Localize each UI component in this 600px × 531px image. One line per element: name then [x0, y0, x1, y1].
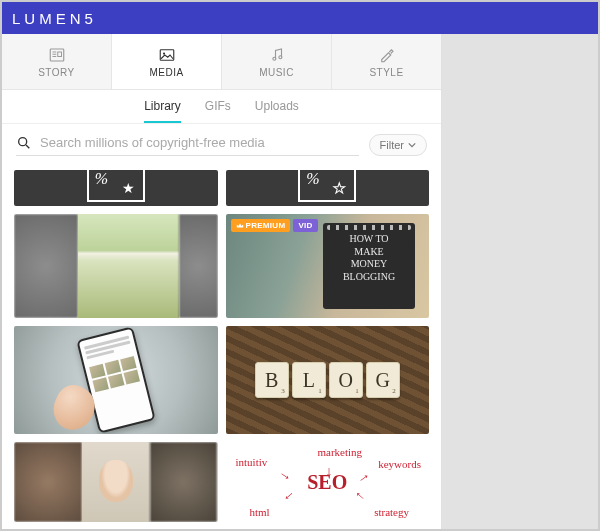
scrabble-tile: L1: [292, 362, 326, 398]
media-tile-phone[interactable]: [14, 326, 218, 434]
media-tile-discount-1[interactable]: ★: [14, 170, 218, 206]
media-grid[interactable]: ★ ★: [2, 162, 441, 529]
portrait-panel: [82, 442, 150, 522]
split-image: [14, 214, 218, 318]
filter-button[interactable]: Filter: [369, 134, 427, 156]
blur-panel: [14, 214, 78, 318]
svg-line-10: [26, 145, 29, 148]
nature-panel: [78, 214, 180, 318]
seo-word: intuitiv: [236, 456, 268, 468]
story-icon: [48, 46, 66, 64]
tab-music-label: MUSIC: [259, 67, 294, 78]
tab-style[interactable]: STYLE: [332, 34, 441, 89]
seo-word: html: [250, 506, 270, 518]
svg-rect-5: [160, 49, 174, 60]
svg-point-7: [272, 57, 275, 60]
media-icon: [158, 46, 176, 64]
scrabble-letter: G: [376, 369, 390, 392]
side-panel: STORY MEDIA MUSIC STYLE Library GIFs: [2, 34, 442, 529]
scrabble-tile: G2: [366, 362, 400, 398]
media-tile-notepad[interactable]: PREMIUM VID HOW TO MAKE MONEY BLOGGING: [226, 214, 430, 318]
arrow-icon: ↓: [326, 464, 333, 480]
svg-rect-4: [57, 52, 61, 57]
main-tabs: STORY MEDIA MUSIC STYLE: [2, 34, 441, 90]
search-row: Filter: [2, 124, 441, 162]
face-graphic: [99, 460, 133, 502]
chevron-down-icon: [408, 141, 416, 149]
media-tile-blog[interactable]: B3 L1 O1 G2: [226, 326, 430, 434]
sub-tabs: Library GIFs Uploads: [2, 90, 441, 124]
workspace: STORY MEDIA MUSIC STYLE Library GIFs: [2, 34, 598, 529]
scrabble-tile: B3: [255, 362, 289, 398]
scrabble-tile: O1: [329, 362, 363, 398]
arrow-icon: →: [349, 485, 370, 506]
premium-badge-label: PREMIUM: [246, 221, 286, 230]
search-input[interactable]: [40, 135, 359, 150]
vid-badge: VID: [293, 219, 317, 232]
notepad-line: MAKE: [329, 246, 409, 259]
subtab-uploads[interactable]: Uploads: [255, 90, 299, 123]
svg-point-6: [162, 52, 164, 54]
brand-logo: LUMEN5: [12, 10, 97, 27]
music-icon: [268, 46, 286, 64]
tab-music[interactable]: MUSIC: [222, 34, 332, 89]
scrabble-letter: B: [265, 369, 278, 392]
notepad-line: MONEY: [329, 258, 409, 271]
badge-row: PREMIUM VID: [231, 219, 318, 232]
arrow-icon: →: [274, 465, 295, 486]
search-box: [16, 135, 359, 156]
top-bar: LUMEN5: [2, 2, 598, 34]
subtab-gifs[interactable]: GIFs: [205, 90, 231, 123]
discount-graphic: ★: [298, 170, 356, 202]
notepad-graphic: HOW TO MAKE MONEY BLOGGING: [323, 223, 415, 309]
media-tile-portrait[interactable]: [14, 442, 218, 522]
tab-media-label: MEDIA: [149, 67, 183, 78]
tab-story-label: STORY: [38, 67, 75, 78]
scrabble-letter: O: [339, 369, 353, 392]
tab-story[interactable]: STORY: [2, 34, 112, 89]
svg-point-8: [278, 55, 281, 58]
blur-panel: [179, 214, 217, 318]
arrow-icon: →: [354, 467, 375, 488]
canvas-area[interactable]: [442, 34, 598, 529]
media-tile-nature[interactable]: [14, 214, 218, 318]
discount-graphic: ★: [87, 170, 145, 202]
arrow-icon: →: [278, 485, 299, 506]
premium-badge: PREMIUM: [231, 219, 291, 232]
tab-style-label: STYLE: [369, 67, 403, 78]
triptych: [14, 442, 218, 522]
seo-word: keywords: [378, 458, 421, 470]
crown-icon: [236, 222, 244, 230]
tab-media[interactable]: MEDIA: [112, 34, 222, 89]
seo-word: marketing: [318, 446, 363, 458]
media-tile-discount-2[interactable]: ★: [226, 170, 430, 206]
star-icon: ★: [122, 180, 135, 196]
notepad-line: BLOGGING: [329, 271, 409, 284]
subtab-library[interactable]: Library: [144, 90, 181, 123]
star-outline-icon: ★: [333, 180, 346, 196]
filter-label: Filter: [380, 139, 404, 151]
scrabble-letter: L: [303, 369, 315, 392]
blur-panel: [150, 442, 218, 522]
style-icon: [378, 46, 396, 64]
search-icon: [16, 135, 32, 151]
svg-point-9: [19, 137, 27, 145]
media-tile-seo[interactable]: intuitiv marketing keywords html strateg…: [226, 442, 430, 522]
blur-panel: [14, 442, 82, 522]
seo-word: strategy: [374, 506, 409, 518]
app-window: LUMEN5 STORY MEDIA MUSIC: [0, 0, 600, 531]
notepad-line: HOW TO: [329, 233, 409, 246]
